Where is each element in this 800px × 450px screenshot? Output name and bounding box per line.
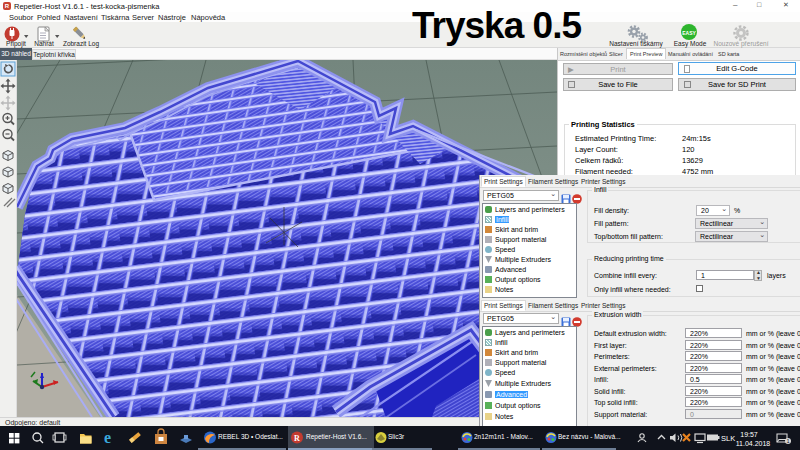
svg-text:1: 1 bbox=[786, 438, 789, 444]
svg-text:SLK: SLK bbox=[721, 434, 735, 443]
svg-text:19:57: 19:57 bbox=[740, 431, 758, 438]
svg-text:e: e bbox=[104, 429, 111, 446]
svg-text:EASY: EASY bbox=[682, 30, 696, 36]
svg-text:11.04.2018: 11.04.2018 bbox=[736, 440, 771, 447]
